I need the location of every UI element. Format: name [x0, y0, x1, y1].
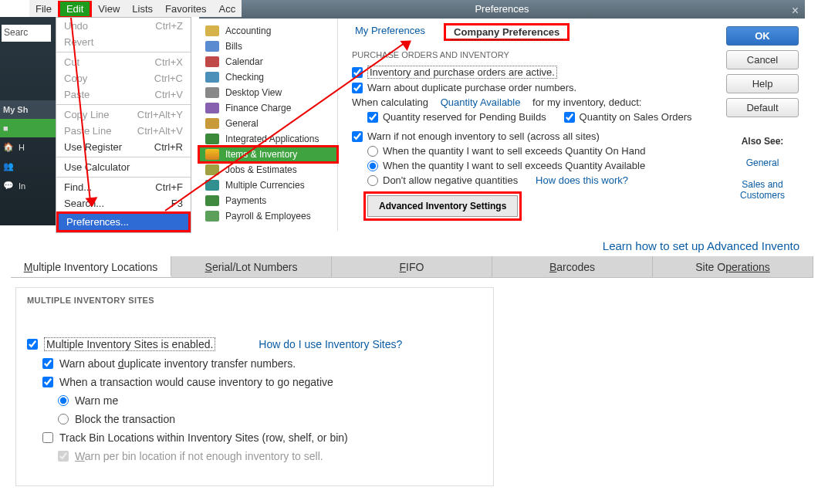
also-see: Also See: — [742, 136, 784, 147]
ck-dup-transfer[interactable] — [42, 358, 53, 369]
nav-home[interactable]: 🏠 H — [0, 137, 56, 157]
calc-pre: When calculating — [352, 96, 428, 108]
lbl-dup-transfer: Warn about duplicate inventory transfer … — [59, 357, 296, 370]
panel-title: MULTIPLE INVENTORY SITES — [27, 296, 482, 305]
tab-company-preferences[interactable]: Company Preferences — [451, 25, 563, 40]
lbl-neg-inv: When a transaction would cause inventory… — [59, 376, 333, 388]
mi-use-register[interactable]: Use RegisterCtrl+R — [56, 139, 191, 155]
btn-cancel[interactable]: Cancel — [726, 50, 799, 69]
lbl-inv-active: Inventory and purchase orders are active… — [367, 66, 557, 79]
lbl-pending: Quantity reserved for Pending Builds — [383, 111, 546, 123]
ck-dup-po[interactable] — [352, 83, 363, 93]
nav-sel[interactable]: ■ — [0, 119, 56, 137]
cat-calendar[interactable]: Calendar — [199, 54, 337, 69]
lbl-warn-inv: Warn if not enough inventory to sell (ac… — [367, 130, 600, 142]
lbl-warn-bin: Warn per bin location if not enough inve… — [75, 450, 323, 462]
r-onhand[interactable] — [367, 146, 378, 157]
ck-multi-enabled[interactable] — [27, 339, 38, 350]
ck-warn-bin — [58, 451, 69, 462]
r-block[interactable] — [58, 414, 69, 425]
mi-use-calculator[interactable]: Use Calculator — [56, 157, 191, 175]
lbl-multi-enabled: Multiple Inventory Sites is enabled. — [44, 337, 215, 351]
search-stub[interactable]: Searc — [2, 25, 51, 42]
nav-in[interactable]: 💬 In — [0, 176, 56, 195]
r-avail[interactable] — [367, 161, 378, 171]
link-how-work[interactable]: How does this work? — [536, 174, 628, 186]
tab-fifo[interactable]: FIFO — [332, 256, 492, 277]
close-icon[interactable]: × — [792, 2, 799, 20]
dialog-title: Preferences × — [199, 0, 805, 19]
annotation-arrowhead-1 — [85, 197, 98, 208]
r-warn-me[interactable] — [58, 395, 69, 406]
cat-jobs-estimates[interactable]: Jobs & Estimates — [199, 162, 337, 178]
r-noneg[interactable] — [367, 175, 378, 186]
btn-ok[interactable]: OK — [726, 26, 799, 46]
ck-so[interactable] — [564, 112, 575, 123]
mi-paste-line[interactable]: Paste LineCtrl+Alt+V — [56, 123, 191, 139]
cat-multiple-currencies[interactable]: Multiple Currencies — [199, 178, 337, 193]
lbl-r-avail: When the quantity I want to sell exceeds… — [383, 160, 645, 171]
ck-warn-inv[interactable] — [352, 131, 363, 142]
cat-payroll[interactable]: Payroll & Employees — [199, 208, 337, 224]
mi-search[interactable]: Search...F3 — [56, 195, 191, 211]
tab-barcodes[interactable]: Barcodes — [492, 256, 653, 277]
ck-pending[interactable] — [367, 112, 378, 123]
menu-view[interactable]: View — [92, 2, 126, 16]
tab-site-ops[interactable]: Site Operations — [653, 256, 813, 277]
nav-people[interactable]: 👥 — [0, 157, 56, 176]
link-learn[interactable]: Learn how to set up Advanced Invento — [603, 239, 799, 252]
lbl-bin-loc: Track Bin Locations within Inventory Sit… — [59, 431, 348, 444]
menu-file[interactable]: File — [29, 2, 58, 16]
my-sh-header: My Sh — [0, 100, 56, 119]
link-how-sites[interactable]: How do I use Inventory Sites? — [259, 338, 402, 350]
mi-revert[interactable]: Revert — [56, 34, 191, 50]
cat-general[interactable]: General — [199, 116, 337, 131]
lbl-r-noneg: Don't allow negative quantities — [383, 174, 518, 186]
lbl-r-onhand: When the quantity I want to sell exceeds… — [383, 145, 645, 157]
ck-bin-loc[interactable] — [42, 432, 53, 443]
ck-neg-inv[interactable] — [42, 377, 53, 387]
lbl-warn-me: Warn me — [75, 394, 118, 407]
edit-dropdown: UndoCtrl+Z Revert CutCtrl+X CopyCtrl+C P… — [56, 17, 191, 233]
tab-serial-lot[interactable]: Serial/Lot Numbers — [171, 256, 332, 277]
also-general[interactable]: General — [746, 157, 779, 168]
btn-default[interactable]: Default — [726, 98, 799, 117]
preferences-dialog: Preferences × Accounting Bills Calendar … — [199, 0, 805, 232]
cat-accounting[interactable]: Accounting — [199, 23, 337, 39]
mi-preferences[interactable]: Preferences... — [59, 214, 188, 230]
btn-advanced-inventory[interactable]: Advanced Inventory Settings — [367, 195, 518, 217]
lbl-block: Block the transaction — [75, 413, 175, 425]
category-list: Accounting Bills Calendar Checking Deskt… — [199, 19, 338, 231]
cat-payments[interactable]: Payments — [199, 193, 337, 208]
cat-bills[interactable]: Bills — [199, 39, 337, 54]
link-qty-avail[interactable]: Quantity Available — [441, 96, 521, 108]
cat-checking[interactable]: Checking — [199, 69, 337, 85]
bottom-tabs: Multiple Inventory Locations Serial/Lot … — [11, 256, 813, 278]
menu-favorites[interactable]: Favorites — [159, 2, 212, 16]
menu-acc[interactable]: Acc — [213, 2, 242, 16]
tab-multi-locations[interactable]: Multiple Inventory Locations — [11, 256, 171, 277]
left-nav: Searc My Sh ■ 🏠 H 👥 💬 In — [0, 17, 56, 225]
multi-sites-panel: MULTIPLE INVENTORY SITES Multiple Invent… — [15, 287, 494, 486]
btn-help[interactable]: Help — [726, 74, 799, 93]
mi-copy-line[interactable]: Copy LineCtrl+Alt+Y — [56, 104, 191, 123]
cat-items-inventory[interactable]: Items & Inventory — [199, 147, 337, 162]
lbl-dup-po: Warn about duplicate purchase order numb… — [367, 82, 576, 93]
tab-my-preferences[interactable]: My Preferences — [352, 23, 428, 41]
mi-undo[interactable]: UndoCtrl+Z — [56, 18, 191, 34]
mi-find[interactable]: Find...Ctrl+F — [56, 177, 191, 195]
cat-desktop-view[interactable]: Desktop View — [199, 85, 337, 100]
menu-edit[interactable]: Edit — [60, 2, 90, 16]
mi-paste[interactable]: PasteCtrl+V — [56, 86, 191, 103]
also-sales[interactable]: Sales and Customers — [726, 179, 799, 201]
menu-lists[interactable]: Lists — [126, 2, 159, 16]
lbl-so: Quantity on Sales Orders — [580, 111, 692, 123]
calc-post: for my inventory, deduct: — [532, 96, 641, 108]
